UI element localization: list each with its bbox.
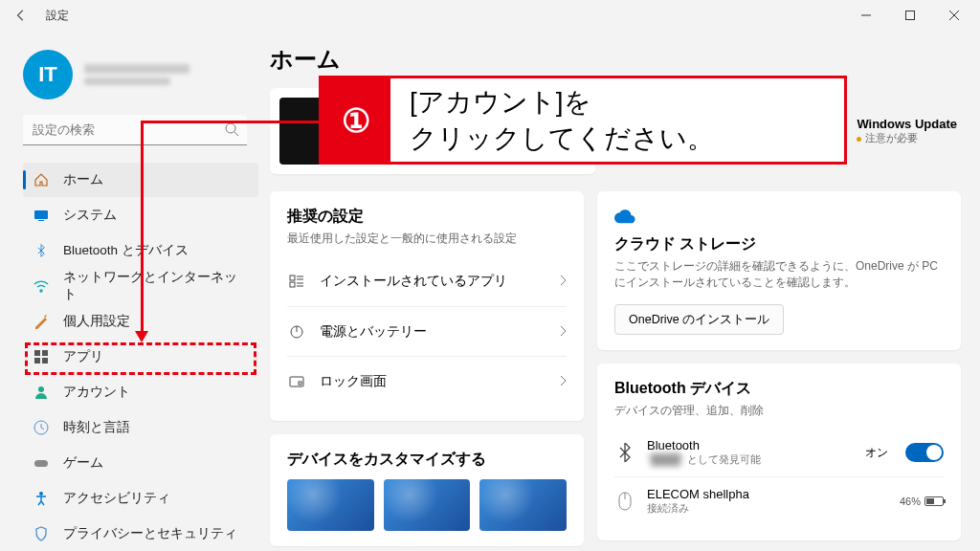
row-icon xyxy=(287,374,306,389)
wu-title: Windows Update xyxy=(857,117,957,131)
recommended-settings-card: 推奨の設定 最近使用した設定と一般的に使用される設定 インストールされているアプ… xyxy=(270,191,584,421)
bluetooth-icon xyxy=(33,242,50,259)
recommended-row[interactable]: ロック画面 xyxy=(287,356,567,406)
wu-sub: 注意が必要 xyxy=(857,131,957,145)
svg-rect-8 xyxy=(34,350,40,356)
bt-sub: デバイスの管理、追加、削除 xyxy=(614,403,944,419)
sidebar-item-apps[interactable]: アプリ xyxy=(23,340,258,374)
storage-title: クラウド ストレージ xyxy=(614,234,944,254)
user-name-blurred xyxy=(84,64,189,74)
network-icon xyxy=(33,277,50,295)
customize-title: デバイスをカスタマイズする xyxy=(287,450,567,470)
arrow-head-icon xyxy=(135,331,148,342)
svg-line-5 xyxy=(234,132,238,136)
bluetooth-devices-card: Bluetooth デバイス デバイスの管理、追加、削除 Bluetooth "… xyxy=(597,364,961,540)
sidebar-item-label: プライバシーとセキュリティ xyxy=(63,525,237,542)
toggle-state: オン xyxy=(865,445,888,461)
sidebar-item-privacy[interactable]: プライバシーとセキュリティ xyxy=(23,517,258,551)
svg-point-12 xyxy=(38,386,44,392)
back-button[interactable] xyxy=(11,6,31,25)
close-button[interactable] xyxy=(932,0,976,31)
mouse-icon xyxy=(614,492,635,511)
callout-text: [アカウント]を クリックしてください。 xyxy=(390,78,733,162)
apps-icon xyxy=(33,348,50,365)
row-label: ロック画面 xyxy=(320,373,546,390)
row-label: 電源とバッテリー xyxy=(320,323,546,341)
sidebar-item-label: システム xyxy=(63,207,117,224)
sidebar-item-label: 時刻と言語 xyxy=(63,419,130,436)
svg-point-4 xyxy=(226,123,235,133)
row-label: インストールされているアプリ xyxy=(320,273,546,290)
bluetooth-icon xyxy=(614,443,635,462)
chevron-right-icon xyxy=(559,273,567,290)
theme-thumb[interactable] xyxy=(287,479,374,531)
minimize-button[interactable] xyxy=(844,0,888,31)
bt-title: Bluetooth デバイス xyxy=(614,379,944,399)
device-status: 接続済み xyxy=(647,501,888,516)
row-icon xyxy=(287,324,306,340)
sidebar-item-label: アクセシビリティ xyxy=(63,490,170,507)
sidebar-item-label: Bluetooth とデバイス xyxy=(63,242,189,259)
svg-rect-7 xyxy=(38,220,44,221)
sidebar-item-label: 個人用設定 xyxy=(63,313,130,330)
recommended-row[interactable]: 電源とバッテリー xyxy=(287,306,567,356)
cloud-storage-card: クラウド ストレージ ここでストレージの詳細を確認できるように、OneDrive… xyxy=(597,191,961,350)
svg-rect-10 xyxy=(34,358,40,364)
recommended-sub: 最近使用した設定と一般的に使用される設定 xyxy=(287,231,567,247)
theme-thumb[interactable] xyxy=(479,479,567,531)
row-icon xyxy=(287,274,306,289)
sidebar-item-label: ネットワークとインターネット xyxy=(63,269,249,303)
avatar: IT xyxy=(23,50,73,99)
search-input[interactable] xyxy=(23,115,247,145)
user-block[interactable]: IT xyxy=(23,42,258,111)
svg-rect-11 xyxy=(42,358,48,364)
sidebar-item-bluetooth[interactable]: Bluetooth とデバイス xyxy=(23,233,258,268)
accessibility-icon xyxy=(33,490,50,507)
page-title: ホーム xyxy=(270,44,961,75)
svg-rect-14 xyxy=(34,460,48,467)
cloud-icon xyxy=(614,207,944,229)
customize-card: デバイスをカスタマイズする xyxy=(270,434,584,546)
svg-point-15 xyxy=(39,492,43,496)
instruction-callout: ① [アカウント]を クリックしてください。 xyxy=(319,76,847,165)
svg-rect-16 xyxy=(290,276,295,280)
sidebar-item-game[interactable]: ゲーム xyxy=(23,446,258,480)
storage-desc: ここでストレージの詳細を確認できるように、OneDrive が PC にインスト… xyxy=(614,258,944,291)
recommended-title: 推奨の設定 xyxy=(287,207,567,227)
svg-rect-6 xyxy=(34,210,48,219)
sidebar-item-system[interactable]: システム xyxy=(23,198,258,232)
window-title: 設定 xyxy=(46,8,69,24)
device-name: ELECOM shellpha xyxy=(647,487,888,501)
sidebar-item-network[interactable]: ネットワークとインターネット xyxy=(23,269,258,303)
accounts-icon xyxy=(33,384,50,401)
onedrive-install-button[interactable]: OneDrive のインストール xyxy=(614,304,784,335)
personalize-icon xyxy=(33,313,50,330)
device-battery: 46% xyxy=(900,496,944,507)
svg-rect-25 xyxy=(299,382,301,385)
sidebar-item-accessibility[interactable]: アクセシビリティ xyxy=(23,481,258,516)
system-icon xyxy=(33,207,50,224)
battery-icon xyxy=(924,496,944,506)
svg-rect-1 xyxy=(906,11,915,20)
sidebar-item-label: アカウント xyxy=(63,384,130,401)
maximize-button[interactable] xyxy=(888,0,932,31)
svg-rect-19 xyxy=(290,282,295,287)
time-icon xyxy=(33,419,50,436)
sidebar-item-accounts[interactable]: アカウント xyxy=(23,375,258,409)
bluetooth-toggle[interactable] xyxy=(905,443,944,462)
callout-number: ① xyxy=(322,78,390,162)
chevron-right-icon xyxy=(559,373,567,390)
sidebar-item-home[interactable]: ホーム xyxy=(23,163,258,197)
theme-thumb[interactable] xyxy=(384,479,471,531)
sidebar-item-label: アプリ xyxy=(63,348,103,365)
svg-rect-9 xyxy=(42,350,48,356)
privacy-icon xyxy=(33,525,50,542)
sidebar-item-label: ホーム xyxy=(63,171,103,188)
search-icon xyxy=(224,121,239,141)
sidebar-item-time[interactable]: 時刻と言語 xyxy=(23,410,258,445)
home-icon xyxy=(33,171,50,188)
chevron-right-icon xyxy=(559,323,567,341)
recommended-row[interactable]: インストールされているアプリ xyxy=(287,256,567,306)
bt-toggle-name: Bluetooth xyxy=(647,438,854,452)
sidebar-item-label: ゲーム xyxy=(63,454,103,472)
